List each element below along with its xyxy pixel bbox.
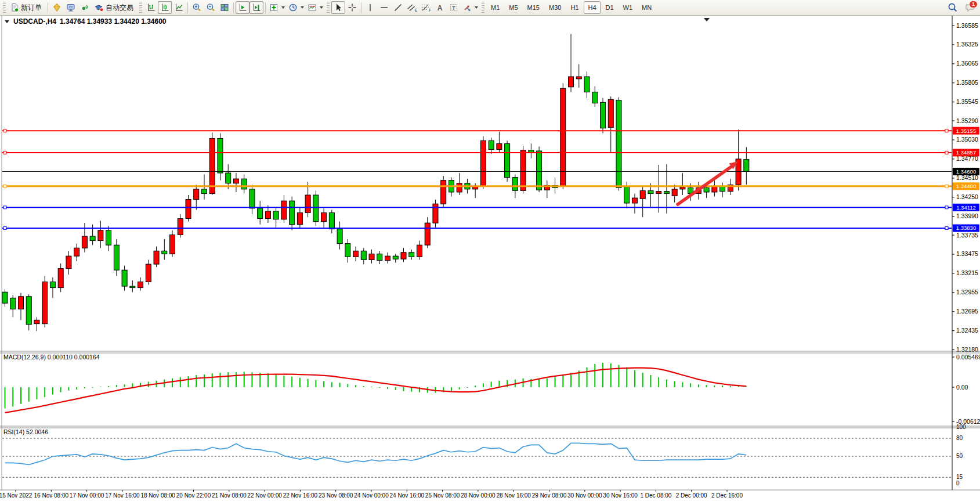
time-axis-label: 17 Nov 00:00 xyxy=(70,492,104,499)
market-watch-button[interactable] xyxy=(64,1,78,14)
candle-body xyxy=(218,138,223,173)
price-tick-label: 1.36325 xyxy=(956,41,978,48)
price-badge-label: 1.34857 xyxy=(956,149,976,156)
timeframe-MN[interactable]: MN xyxy=(638,1,656,14)
timeframe-W1[interactable]: W1 xyxy=(619,1,637,14)
hline-anchor xyxy=(945,226,948,229)
price-tick-label: 1.33475 xyxy=(956,250,978,257)
line-chart-button[interactable] xyxy=(172,1,186,14)
templates-icon xyxy=(308,3,317,12)
chart-menu-triangle-icon[interactable] xyxy=(5,20,10,24)
candle-body xyxy=(409,253,414,257)
toolbar-grip[interactable] xyxy=(3,2,6,13)
vertical-line-button[interactable] xyxy=(363,1,377,14)
fibonacci-button[interactable]: F xyxy=(419,1,433,14)
candle-body xyxy=(265,211,270,219)
equidistant-channel-button[interactable]: E xyxy=(405,1,419,14)
indicators-button[interactable] xyxy=(267,1,287,14)
timeframe-H1[interactable]: H1 xyxy=(566,1,583,14)
price-badge-label: 1.33830 xyxy=(956,225,976,231)
candle-body xyxy=(640,190,645,199)
chart-window[interactable]: 1.365851.363251.360651.358051.355451.352… xyxy=(0,16,980,501)
templates-button[interactable] xyxy=(306,1,325,14)
mt4-terminal-window: 新订单 自动交易 E F A T xyxy=(0,0,980,501)
toolbar-grip[interactable] xyxy=(482,2,484,13)
arrow-objects-button[interactable] xyxy=(461,1,480,14)
candle-body xyxy=(138,282,143,287)
hline-anchor xyxy=(3,206,6,209)
price-tick-label: 1.32955 xyxy=(956,289,978,295)
chart-title: USDCAD-,H4 1.34764 1.34933 1.34420 1.346… xyxy=(5,17,167,26)
new-order-label: 新订单 xyxy=(21,3,42,13)
auto-trading-button[interactable]: 自动交易 xyxy=(92,1,138,14)
candle-body xyxy=(361,251,366,259)
candle-body xyxy=(648,190,653,193)
trendline-icon xyxy=(393,3,403,12)
candle-body xyxy=(74,248,79,256)
candle-body xyxy=(154,251,159,264)
time-axis-label: 24 Nov 00:00 xyxy=(354,492,389,499)
notification-badge: 1 xyxy=(969,1,978,8)
toolbar-grip[interactable] xyxy=(139,2,142,13)
hline-anchor xyxy=(945,129,948,132)
candle-body xyxy=(656,192,661,194)
auto-trading-icon xyxy=(94,3,104,12)
candle-body xyxy=(744,160,749,172)
candle-body xyxy=(505,143,510,177)
notifications-button[interactable]: 1 xyxy=(964,1,977,14)
candle-body xyxy=(170,235,175,254)
timeframe-M5[interactable]: M5 xyxy=(505,1,522,14)
clock-icon xyxy=(288,3,298,12)
new-order-button[interactable]: 新订单 xyxy=(8,1,46,14)
candle-body xyxy=(457,183,462,192)
candle-body xyxy=(337,229,342,243)
toolbar-grip[interactable] xyxy=(327,2,330,13)
toolbar-separator xyxy=(48,2,48,13)
bar-chart-icon xyxy=(146,3,156,12)
chart-background xyxy=(2,16,980,501)
metaeditor-button[interactable] xyxy=(50,1,64,14)
cursor-icon xyxy=(334,3,343,12)
text-label-button[interactable]: T xyxy=(447,1,461,14)
candle-body xyxy=(90,236,95,241)
periods-button[interactable] xyxy=(287,1,306,14)
candle-body xyxy=(497,143,502,149)
timeframe-D1[interactable]: D1 xyxy=(602,1,618,14)
time-axis-label: 2 Dec 00:00 xyxy=(676,492,707,499)
alerts-button[interactable] xyxy=(78,1,92,14)
search-button[interactable] xyxy=(946,1,959,14)
candle-body xyxy=(209,138,215,193)
hline-anchor xyxy=(945,185,948,188)
timeframe-H4[interactable]: H4 xyxy=(584,1,600,14)
hline-anchor xyxy=(3,226,6,229)
timeframe-M1[interactable]: M1 xyxy=(487,1,504,14)
chart-canvas[interactable]: 1.365851.363251.360651.358051.355451.352… xyxy=(0,16,980,501)
cursor-button[interactable] xyxy=(331,1,345,14)
candlestick-chart-button[interactable] xyxy=(158,1,172,14)
rsi-scale-label: 50 xyxy=(956,453,963,459)
zoom-out-button[interactable] xyxy=(204,1,218,14)
new-order-icon xyxy=(10,3,19,12)
zoom-out-icon xyxy=(206,3,215,12)
text-label-icon: T xyxy=(449,3,458,12)
horizontal-line-button[interactable] xyxy=(377,1,391,14)
macd-scale-label: 0.005469 xyxy=(956,354,980,361)
zoom-in-button[interactable] xyxy=(190,1,204,14)
candle-body xyxy=(290,201,295,225)
price-tick-label: 1.33215 xyxy=(956,269,978,276)
candle-body xyxy=(233,179,238,183)
trendline-button[interactable] xyxy=(391,1,405,14)
chart-shift-button[interactable] xyxy=(249,1,263,14)
candle-body xyxy=(82,236,87,248)
candle-body xyxy=(313,195,319,222)
bar-chart-button[interactable] xyxy=(144,1,158,14)
text-button[interactable]: A xyxy=(433,1,447,14)
crosshair-button[interactable] xyxy=(345,1,359,14)
timeframe-M30[interactable]: M30 xyxy=(545,1,565,14)
timeframe-M15[interactable]: M15 xyxy=(523,1,544,14)
auto-scroll-button[interactable] xyxy=(236,1,249,14)
candle-body xyxy=(537,151,542,190)
time-axis-label: 1 Dec 08:00 xyxy=(640,492,671,499)
rsi-scale-label: 0 xyxy=(956,480,960,486)
tile-windows-button[interactable] xyxy=(218,1,232,14)
